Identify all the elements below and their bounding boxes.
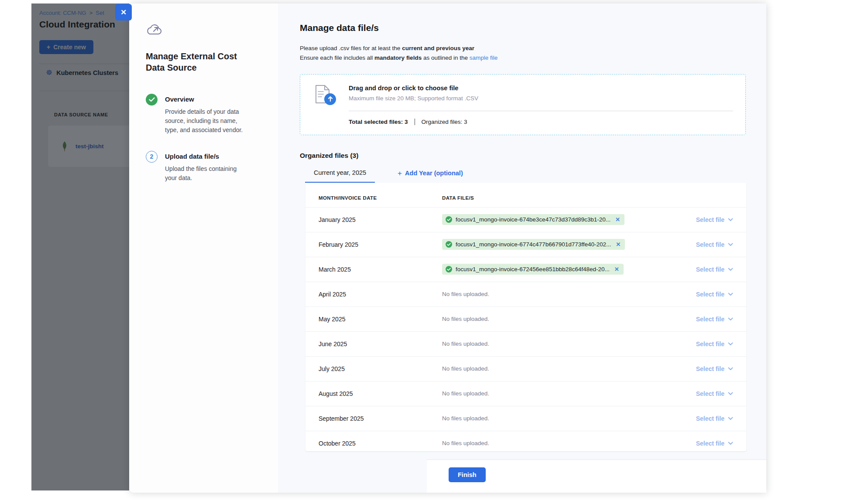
month-label: March 2025	[319, 266, 442, 273]
select-file-label: Select file	[696, 390, 724, 397]
step-overview[interactable]: Overview Provide details of your data so…	[146, 94, 278, 135]
wizard-steps: Overview Provide details of your data so…	[146, 94, 278, 183]
no-files-text: No files uploaded.	[442, 415, 489, 422]
plus-icon: +	[398, 170, 402, 177]
chevron-down-icon	[728, 367, 733, 371]
check-circle-icon	[446, 266, 452, 272]
select-file-dropdown[interactable]: Select file	[696, 390, 733, 397]
select-file-label: Select file	[696, 365, 724, 372]
dropzone-title: Drag and drop or click to choose file	[349, 85, 733, 92]
check-circle-icon	[446, 216, 452, 223]
month-label: February 2025	[319, 241, 442, 248]
select-file-dropdown[interactable]: Select file	[696, 365, 733, 372]
month-label: July 2025	[319, 365, 442, 372]
select-file-dropdown[interactable]: Select file	[696, 291, 733, 298]
select-file-label: Select file	[696, 341, 724, 347]
select-file-label: Select file	[696, 241, 724, 248]
no-files-text: No files uploaded.	[442, 316, 489, 322]
select-file-dropdown[interactable]: Select file	[696, 266, 733, 273]
tab-current-year[interactable]: Current year, 2025	[305, 167, 375, 183]
file-name: focusv1_mongo-invoice-6774c477b667901d77…	[456, 241, 611, 248]
column-header-month: MONTH/INVOICE DATE	[319, 195, 442, 201]
month-label: August 2025	[319, 390, 442, 397]
file-cell: ✕ No files uploaded.	[442, 291, 696, 297]
table-row: October 2025 ✕ No files uploaded. Select…	[305, 431, 746, 451]
background-page: Account: CCM-NG>Set Cloud Integration + …	[31, 3, 129, 490]
step-description: Upload the files containing your data.	[165, 164, 245, 183]
year-tabs: Current year, 2025 + Add Year (optional)	[300, 167, 746, 183]
divider	[349, 111, 733, 111]
select-file-dropdown[interactable]: Select file	[696, 316, 733, 323]
organized-files-heading: Organized files (3)	[300, 152, 746, 160]
select-file-dropdown[interactable]: Select file	[696, 415, 733, 422]
finish-button[interactable]: Finish	[449, 467, 486, 482]
table-row: August 2025 ✕ No files uploaded. Select …	[305, 381, 746, 406]
chevron-down-icon	[728, 243, 733, 246]
step-upload-data-files[interactable]: 2 Upload data file/s Upload the files co…	[146, 151, 278, 183]
file-cell: focusv1_mongo-invoice-6774c477b667901d77…	[442, 239, 696, 250]
no-files-text: No files uploaded.	[442, 390, 489, 397]
table-row: July 2025 ✕ No files uploaded. Select fi…	[305, 356, 746, 381]
table-row: March 2025 focusv1_mongo-invoice-672456e…	[305, 257, 746, 282]
sample-file-link[interactable]: sample file	[470, 54, 498, 61]
file-name: focusv1_mongo-invoice-672456ee851bbb28c6…	[456, 266, 610, 272]
chevron-down-icon	[728, 317, 733, 321]
divider	[415, 119, 415, 125]
no-files-text: No files uploaded.	[442, 365, 489, 372]
drawer-footer: Finish	[427, 460, 766, 493]
select-file-label: Select file	[696, 291, 724, 298]
upload-step-panel: Manage data file/s Please upload .csv fi…	[278, 3, 766, 493]
file-cell: focusv1_mongo-invoice-674be3ce47c73d37dd…	[442, 214, 696, 225]
file-cell: focusv1_mongo-invoice-672456ee851bbb28c6…	[442, 264, 696, 275]
step-complete-check-icon	[146, 94, 158, 106]
wizard-sidebar: Manage External Cost Data Source Overvie…	[129, 3, 278, 493]
file-name: focusv1_mongo-invoice-674be3ce47c73d37dd…	[456, 216, 611, 223]
uploaded-file-chip: focusv1_mongo-invoice-672456ee851bbb28c6…	[442, 264, 624, 275]
remove-file-icon[interactable]: ✕	[615, 216, 620, 223]
month-label: September 2025	[319, 415, 442, 422]
select-file-dropdown[interactable]: Select file	[696, 440, 733, 447]
no-files-text: No files uploaded.	[442, 341, 489, 347]
uploaded-file-chip: focusv1_mongo-invoice-6774c477b667901d77…	[442, 239, 625, 250]
table-header-row: MONTH/INVOICE DATE DATA FILE/S	[305, 183, 746, 207]
wizard-title: Manage External Cost Data Source	[146, 51, 239, 74]
select-file-dropdown[interactable]: Select file	[696, 241, 733, 248]
screen: Account: CCM-NG>Set Cloud Integration + …	[0, 0, 844, 504]
file-cell: ✕ No files uploaded.	[442, 316, 696, 322]
file-cell: ✕ No files uploaded.	[442, 440, 696, 446]
table-row: February 2025 focusv1_mongo-invoice-6774…	[305, 232, 746, 257]
no-files-text: No files uploaded.	[442, 291, 489, 297]
month-label: May 2025	[319, 316, 442, 323]
table-row: June 2025 ✕ No files uploaded. Select fi…	[305, 331, 746, 356]
file-cell: ✕ No files uploaded.	[442, 415, 696, 422]
table-row: September 2025 ✕ No files uploaded. Sele…	[305, 406, 746, 431]
upload-instructions: Please upload .csv files for at least th…	[300, 44, 746, 63]
step-description: Provide details of your data source, inc…	[165, 107, 245, 135]
select-file-label: Select file	[696, 440, 724, 447]
file-dropzone[interactable]: Drag and drop or click to choose file Ma…	[300, 74, 746, 135]
upload-arrow-icon	[324, 93, 336, 105]
file-cell: ✕ No files uploaded.	[442, 341, 696, 347]
modal-backdrop[interactable]	[31, 3, 129, 490]
dropzone-stats: Total selected files: 3 Organized files:…	[349, 119, 733, 125]
close-icon: ✕	[120, 8, 127, 17]
add-year-button[interactable]: + Add Year (optional)	[398, 167, 463, 177]
file-cell: ✕ No files uploaded.	[442, 390, 696, 397]
panel-heading: Manage data file/s	[300, 23, 746, 33]
total-selected-files: Total selected files: 3	[349, 119, 408, 125]
remove-file-icon[interactable]: ✕	[616, 241, 621, 248]
month-label: October 2025	[319, 440, 442, 447]
file-upload-icon	[315, 85, 338, 125]
chevron-down-icon	[728, 417, 733, 420]
monthly-files-table: MONTH/INVOICE DATE DATA FILE/S January 2…	[305, 183, 746, 451]
table-body: January 2025 focusv1_mongo-invoice-674be…	[305, 207, 746, 451]
select-file-dropdown[interactable]: Select file	[696, 216, 733, 223]
dropzone-subtitle: Maximum file size 20 MB; Supported forma…	[349, 95, 733, 102]
select-file-label: Select file	[696, 266, 724, 273]
organized-files-count: Organized files: 3	[422, 119, 467, 125]
close-button[interactable]: ✕	[115, 4, 132, 20]
remove-file-icon[interactable]: ✕	[614, 266, 619, 272]
select-file-dropdown[interactable]: Select file	[696, 341, 733, 347]
select-file-label: Select file	[696, 316, 724, 323]
chevron-down-icon	[728, 392, 733, 395]
